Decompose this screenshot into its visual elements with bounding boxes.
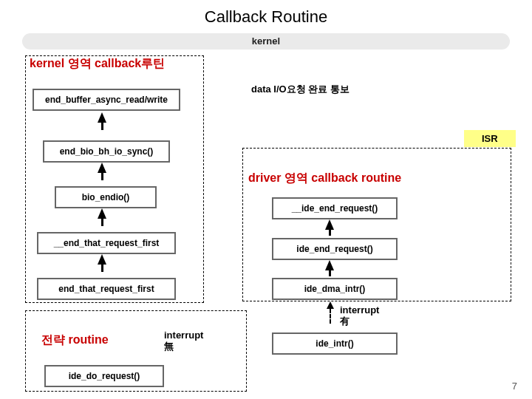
interrupt-no-note: interrupt 無 xyxy=(164,330,216,352)
arrow-line xyxy=(101,173,103,180)
kernel-area-title: kernel 영역 callback루틴 xyxy=(30,56,192,72)
arrow-up-dashed-icon xyxy=(327,301,334,309)
box-ide-do-req: ide_do_request() xyxy=(44,365,164,387)
io-complete-note: data I/O요청 완료 통보 xyxy=(251,83,349,96)
driver-area-title: driver 영역 callback routine xyxy=(248,171,433,184)
arrow-line xyxy=(101,123,103,130)
page-number: 7 xyxy=(512,381,517,392)
arrow-line xyxy=(101,219,103,226)
arrow-up-icon xyxy=(98,254,106,265)
box-end-bio-bh: end_bio_bh_io_sync() xyxy=(43,140,170,163)
box-ide-intr: ide_intr() xyxy=(272,332,398,355)
dashed-line xyxy=(330,309,331,324)
box-ide-end-u: __ide_end_request() xyxy=(272,197,398,219)
kernel-bar: kernel xyxy=(22,33,510,50)
arrow-up-icon xyxy=(98,208,106,219)
box-end-that-first-u: __end_that_request_first xyxy=(37,232,176,254)
box-ide-dma: ide_dma_intr() xyxy=(272,278,398,300)
page-title: Callback Routine xyxy=(0,0,532,27)
arrow-up-icon xyxy=(325,260,334,270)
arrow-line xyxy=(329,230,331,236)
arrow-line xyxy=(101,265,103,272)
box-end-buffer: end_buffer_async_read/write xyxy=(33,89,180,111)
arrow-line xyxy=(329,270,331,276)
arrow-up-icon xyxy=(325,219,334,230)
isr-box: ISR xyxy=(464,130,516,147)
box-bio-endio: bio_endio() xyxy=(55,186,157,208)
box-ide-end: ide_end_request() xyxy=(272,238,398,260)
arrow-up-icon xyxy=(98,163,106,173)
forward-routine-title: 전략 routine xyxy=(41,332,109,348)
interrupt-yes-note: interrupt 有 xyxy=(340,304,392,327)
box-end-that-first: end_that_request_first xyxy=(37,278,176,300)
arrow-up-icon xyxy=(98,112,106,123)
